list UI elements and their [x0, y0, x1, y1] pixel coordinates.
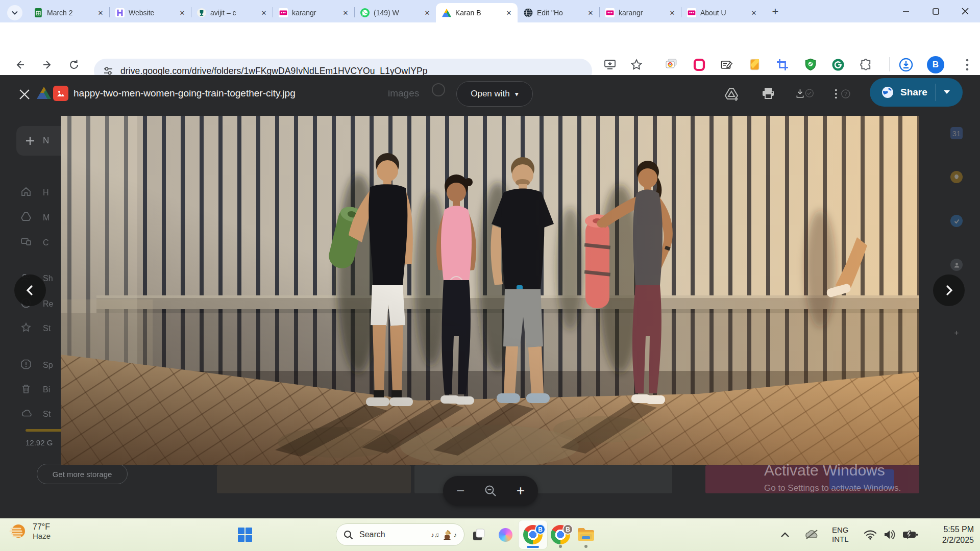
ghost-sidebar-label: Bi — [43, 385, 50, 394]
chrome-profile-1-button[interactable]: B — [519, 520, 547, 549]
taskbar-search[interactable]: Search ♪♫ ♪ — [336, 523, 464, 546]
wifi-button[interactable] — [864, 518, 877, 551]
ghost-sidebar-label: M — [43, 213, 50, 222]
reload-button[interactable] — [65, 56, 83, 73]
close-icon — [962, 8, 968, 14]
window-controls — [891, 0, 980, 22]
tab-title: About U — [700, 9, 745, 17]
share-divider — [936, 84, 936, 101]
browser-tab-9[interactable]: About U✕ — [681, 3, 763, 22]
capture-extension-icon[interactable] — [692, 57, 707, 72]
chrome-profile-2-button[interactable]: B — [546, 520, 575, 549]
trophy-favicon — [197, 8, 206, 17]
next-image-button[interactable] — [933, 274, 965, 306]
folder-icon — [577, 527, 595, 542]
bookmark-star-button[interactable] — [629, 57, 644, 72]
tray-caret-button[interactable] — [780, 518, 790, 551]
photo-four-people-workout — [61, 116, 919, 465]
tab-close-button[interactable]: ✕ — [259, 8, 268, 17]
image-preview[interactable] — [61, 116, 919, 465]
file-explorer-button[interactable] — [572, 520, 600, 549]
share-caret-button[interactable] — [943, 88, 950, 97]
more-actions-button[interactable]: ? — [833, 84, 852, 104]
ghost-thumbnail — [217, 465, 411, 493]
close-window-button[interactable] — [950, 0, 980, 22]
preview-filename: happy-two-men-women-going-train-together… — [74, 88, 296, 99]
ghost-sidebar-label: St — [43, 410, 51, 419]
tab-close-button[interactable]: ✕ — [341, 8, 350, 17]
share-button[interactable]: Share — [870, 78, 963, 107]
browser-tab-8[interactable]: karangr✕ — [599, 3, 681, 22]
forward-button[interactable] — [39, 56, 56, 73]
close-icon — [19, 89, 30, 100]
open-with-button[interactable]: Open with ▾ — [456, 81, 533, 107]
crop-extension-icon[interactable] — [775, 57, 790, 72]
browser-tab-5[interactable]: (149) W✕ — [354, 3, 436, 22]
adblock-extension-icon[interactable] — [803, 57, 818, 72]
zoom-out-button[interactable]: − — [456, 484, 464, 498]
screen: March 2✕Website✕avijit – c✕karangr✕(149)… — [0, 0, 980, 551]
browser-tab-4[interactable]: karangr✕ — [273, 3, 354, 22]
browser-tab-6[interactable]: Karan B✕ — [436, 3, 518, 22]
onedrive-status-button[interactable] — [803, 518, 821, 551]
install-icon — [603, 58, 617, 71]
task-view-button[interactable] — [470, 525, 488, 544]
browser-tab-1[interactable]: March 2✕ — [28, 3, 109, 22]
screenshot-extension-icon[interactable] — [747, 57, 763, 72]
image-file-icon — [53, 86, 68, 101]
install-app-button[interactable] — [602, 57, 618, 72]
clock[interactable]: 5:55 PM 2/2/2025 — [925, 518, 974, 551]
new-tab-button[interactable]: + — [768, 4, 783, 19]
volume-button[interactable] — [883, 518, 896, 551]
download-button[interactable] — [795, 84, 815, 104]
maximize-button[interactable] — [921, 0, 950, 22]
tab-close-button[interactable]: ✕ — [96, 8, 105, 17]
preview-header: happy-two-men-women-going-train-together… — [0, 75, 980, 114]
browser-menu-button[interactable] — [962, 56, 973, 73]
browser-tab-3[interactable]: avijit – c✕ — [191, 3, 273, 22]
drive-logo-icon — [37, 86, 51, 99]
copilot-button[interactable] — [496, 525, 514, 544]
plus-icon — [24, 135, 36, 146]
chevron-down-icon — [11, 9, 18, 16]
tab-close-button[interactable]: ✕ — [504, 8, 513, 17]
whatsapp-favicon — [360, 8, 370, 17]
tab-close-button[interactable]: ✕ — [668, 8, 677, 17]
ghost-sidebar-item-home: H — [20, 186, 49, 199]
notes-extension-icon[interactable] — [719, 57, 734, 72]
open-app-indicator — [559, 545, 562, 548]
chevron-up-icon — [780, 531, 790, 538]
print-button[interactable] — [758, 84, 778, 104]
downloads-button[interactable] — [898, 57, 914, 72]
tab-close-button[interactable]: ✕ — [749, 8, 758, 17]
back-button[interactable] — [11, 56, 29, 73]
weather-widget[interactable]: 77°F Haze — [8, 521, 51, 541]
start-button[interactable] — [238, 528, 252, 542]
karan-favicon — [279, 8, 288, 17]
download-progress-icon — [898, 57, 914, 72]
photos-extension-icon[interactable] — [664, 57, 679, 72]
grammarly-extension-icon[interactable] — [830, 57, 846, 72]
battery-charging-icon — [902, 530, 918, 539]
language-indicator[interactable]: ENG INTL — [832, 518, 849, 551]
battery-button[interactable] — [902, 518, 918, 551]
zoom-toolbar: − + — [443, 476, 538, 506]
browser-tab-2[interactable]: Website✕ — [109, 3, 191, 22]
tab-close-button[interactable]: ✕ — [586, 8, 595, 17]
ghost-sidebar-label: Sp — [43, 361, 53, 370]
tab-search-button[interactable] — [7, 5, 22, 20]
browser-tab-7[interactable]: Edit "Ho✕ — [518, 3, 599, 22]
tab-close-button[interactable]: ✕ — [178, 8, 187, 17]
search-icon — [344, 530, 353, 540]
maximize-icon — [933, 9, 939, 14]
tab-close-button[interactable]: ✕ — [423, 8, 432, 17]
close-preview-button[interactable] — [16, 86, 33, 103]
minimize-button[interactable] — [891, 0, 921, 22]
kebab-icon — [966, 59, 969, 71]
extensions-extension-icon[interactable] — [859, 57, 874, 72]
add-shortcut-to-drive-button[interactable] — [722, 84, 741, 104]
previous-image-button[interactable] — [14, 274, 46, 306]
profile-avatar[interactable]: B — [927, 56, 944, 73]
zoom-in-button[interactable]: + — [517, 484, 525, 498]
haze-sun-icon — [8, 521, 28, 541]
